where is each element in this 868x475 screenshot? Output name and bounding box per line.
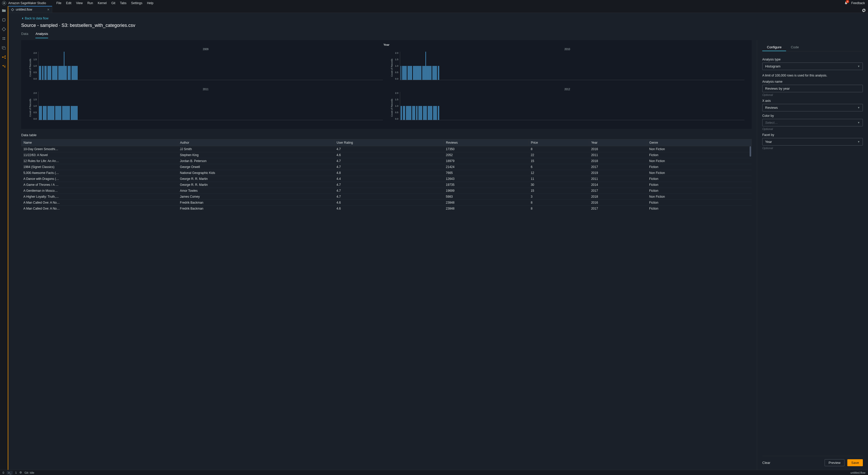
facet-2011: 2011Count of Records2.01.51.00.50.0 bbox=[28, 88, 383, 124]
svg-point-9 bbox=[5, 58, 6, 59]
chart-title: Year bbox=[28, 43, 744, 46]
colorby-label: Color by bbox=[762, 114, 863, 118]
flow-file-icon bbox=[11, 8, 14, 11]
sub-tabs: Data Analysis bbox=[21, 32, 863, 38]
colorby-select[interactable]: Select… ▼ bbox=[762, 119, 863, 126]
analysis-name-label: Analysis name bbox=[762, 80, 863, 84]
svg-point-1 bbox=[3, 37, 4, 38]
table-row[interactable]: A Man Called Ove: A No…Fredrik Backman4.… bbox=[22, 200, 752, 206]
colorby-optional: Optional bbox=[762, 127, 863, 130]
commands-icon[interactable] bbox=[2, 36, 6, 41]
brand-icon bbox=[2, 1, 6, 5]
analysis-name-input[interactable] bbox=[762, 85, 863, 92]
table-row[interactable]: A Man Called Ove: A No…Fredrik Backman4.… bbox=[22, 206, 752, 212]
table-scrollbar[interactable] bbox=[750, 146, 751, 157]
chevron-down-icon: ▼ bbox=[858, 106, 860, 109]
notifications-icon[interactable]: 4 bbox=[844, 1, 848, 5]
chart-card: Year 2009Count of Records2.01.51.00.50.0… bbox=[21, 40, 752, 129]
menu-view[interactable]: View bbox=[76, 1, 83, 5]
activity-bar bbox=[0, 6, 8, 470]
facet-2010: 2010Count of Records2.01.51.00.50.0 bbox=[390, 48, 744, 84]
analysis-type-select[interactable]: Histogram ▼ bbox=[762, 63, 863, 70]
col-header[interactable]: Reviews bbox=[444, 139, 529, 146]
y-axis-label: Count of Records bbox=[28, 92, 32, 124]
menu-git[interactable]: Git bbox=[112, 1, 115, 5]
table-row[interactable]: A Gentleman in Mosco…Amor Towles4.719699… bbox=[22, 188, 752, 194]
git-icon[interactable] bbox=[2, 27, 6, 32]
svg-point-8 bbox=[5, 56, 6, 57]
folder-icon[interactable] bbox=[2, 8, 6, 13]
svg-point-4 bbox=[4, 39, 5, 40]
wrangler-icon[interactable] bbox=[2, 55, 6, 59]
tab-data[interactable]: Data bbox=[21, 32, 28, 38]
col-header[interactable]: Name bbox=[22, 139, 178, 146]
components-icon[interactable] bbox=[2, 64, 6, 69]
col-header[interactable]: Price bbox=[529, 139, 589, 146]
table-row[interactable]: 1984 (Signet Classics)George Orwell4.721… bbox=[22, 164, 752, 170]
col-header[interactable]: User Rating bbox=[335, 139, 444, 146]
save-button[interactable]: Save bbox=[847, 459, 863, 466]
status-bar: 0 >_ 1 ⚙ Git: Idle untitled.flow bbox=[0, 470, 868, 475]
settings-gear-icon[interactable] bbox=[861, 8, 866, 13]
sb-kernels[interactable]: 1 bbox=[15, 471, 17, 474]
facet-label: 2012 bbox=[390, 88, 744, 91]
facet-2009: 2009Count of Records2.01.51.00.50.0 bbox=[28, 48, 383, 84]
brand-title: Amazon SageMaker Studio bbox=[8, 1, 46, 5]
facet-2012: 2012Count of Records2.01.51.00.50.0 bbox=[390, 88, 744, 124]
menu-file[interactable]: File bbox=[56, 1, 61, 5]
tab-analysis[interactable]: Analysis bbox=[35, 32, 48, 38]
menu-edit[interactable]: Edit bbox=[66, 1, 71, 5]
analysis-name-optional: Optional bbox=[762, 93, 863, 96]
running-icon[interactable] bbox=[2, 18, 6, 22]
sb-git[interactable]: Git: Idle bbox=[25, 471, 34, 474]
menu-kernel[interactable]: Kernel bbox=[98, 1, 107, 5]
facet-label: 2011 bbox=[28, 88, 383, 91]
menu-tabs[interactable]: Tabs bbox=[120, 1, 126, 5]
facet-label: 2009 bbox=[28, 48, 383, 51]
table-row[interactable]: 12 Rules for Life: An An…Jordan B. Peter… bbox=[22, 158, 752, 164]
chevron-down-icon: ▼ bbox=[858, 140, 860, 143]
facetby-select[interactable]: Year ▼ bbox=[762, 138, 863, 146]
facet-label: 2010 bbox=[390, 48, 744, 51]
menu-help[interactable]: Help bbox=[147, 1, 154, 5]
tab-strip: untitled.flow × bbox=[8, 6, 868, 13]
y-axis-label: Count of Records bbox=[28, 52, 32, 84]
col-header[interactable]: Year bbox=[589, 139, 647, 146]
feedback-link[interactable]: Feedback bbox=[851, 1, 865, 5]
sb-terminals[interactable]: 0 bbox=[3, 471, 4, 474]
preview-button[interactable]: Preview bbox=[825, 459, 844, 466]
table-row[interactable]: A Game of Thrones / A …George R. R. Mart… bbox=[22, 182, 752, 188]
chevron-down-icon: ▼ bbox=[858, 121, 860, 124]
tabs-icon[interactable] bbox=[2, 45, 6, 50]
clear-button[interactable]: Clear bbox=[762, 461, 770, 465]
col-header[interactable]: Author bbox=[178, 139, 335, 146]
row-limit-info: A limit of 100,000 rows is used for this… bbox=[762, 74, 863, 77]
config-panel: Configure Code Analysis type Histogram ▼… bbox=[757, 40, 868, 470]
svg-point-12 bbox=[5, 65, 5, 66]
xaxis-select[interactable]: Reviews ▼ bbox=[762, 104, 863, 112]
close-icon[interactable]: × bbox=[47, 7, 50, 12]
cfg-tab-configure[interactable]: Configure bbox=[762, 44, 786, 51]
tab-title: untitled.flow bbox=[16, 8, 32, 11]
svg-point-3 bbox=[3, 39, 4, 40]
table-row[interactable]: 10-Day Green Smoothi…JJ Smith4.717350820… bbox=[22, 146, 752, 152]
data-table: NameAuthorUser RatingReviewsPriceYearGen… bbox=[21, 139, 752, 212]
menu-settings[interactable]: Settings bbox=[131, 1, 142, 5]
settings-icon[interactable]: ⚙ bbox=[20, 471, 22, 474]
back-link[interactable]: Back to data flow bbox=[21, 17, 863, 20]
analysis-type-label: Analysis type bbox=[762, 58, 863, 61]
table-row[interactable]: A Higher Loyalty: Truth,…James Comey4.75… bbox=[22, 194, 752, 200]
table-row[interactable]: 11/22/63: A NovelStephen King4.620522220… bbox=[22, 152, 752, 158]
data-table-label: Data table bbox=[21, 133, 757, 137]
chevron-down-icon: ▼ bbox=[858, 65, 860, 68]
tab-untitled-flow[interactable]: untitled.flow × bbox=[8, 6, 52, 13]
cfg-tab-code[interactable]: Code bbox=[786, 44, 803, 51]
notif-badge: 4 bbox=[846, 0, 849, 3]
chevron-left-icon bbox=[21, 17, 24, 20]
table-row[interactable]: A Dance with Dragons (…George R. R. Mart… bbox=[22, 176, 752, 182]
back-link-label: Back to data flow bbox=[25, 17, 48, 20]
sb-kernel-icon[interactable]: >_ bbox=[7, 471, 13, 474]
col-header[interactable]: Genre bbox=[647, 139, 752, 146]
menu-run[interactable]: Run bbox=[87, 1, 93, 5]
table-row[interactable]: 5,000 Awesome Facts (…National Geographi… bbox=[22, 170, 752, 176]
